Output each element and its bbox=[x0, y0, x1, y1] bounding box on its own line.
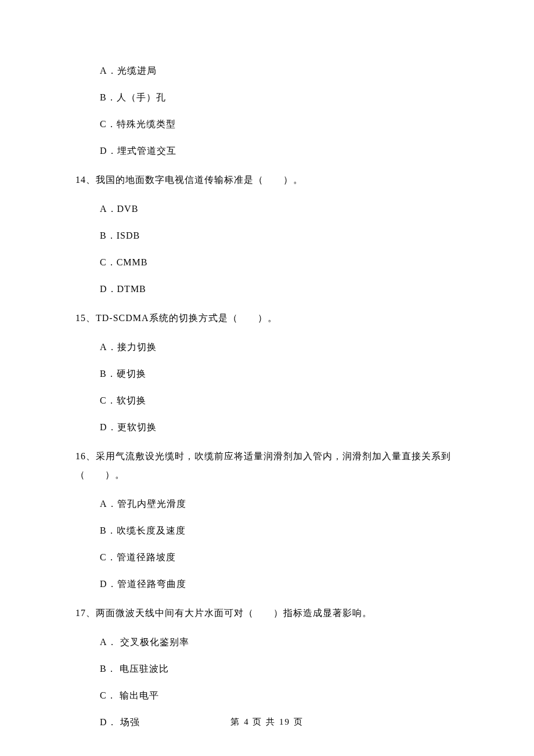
q15-option-d: D．更软切换 bbox=[100, 420, 459, 434]
q13-option-b: B．人（手）孔 bbox=[100, 91, 459, 105]
q17-text: 17、两面微波天线中间有大片水面可对（ ）指标造成显著影响。 bbox=[75, 604, 459, 622]
q17-option-a: A． 交叉极化鉴别率 bbox=[100, 635, 459, 649]
q17-option-c: C． 输出电平 bbox=[100, 689, 459, 703]
q14-option-a: A．DVB bbox=[100, 202, 459, 216]
q16-option-a: A．管孔内壁光滑度 bbox=[100, 497, 459, 511]
q15-text: 15、TD-SCDMA系统的切换方式是（ ）。 bbox=[75, 309, 459, 327]
q15-option-a: A．接力切换 bbox=[100, 340, 459, 354]
q16-text: 16、采用气流敷设光缆时，吹缆前应将适量润滑剂加入管内，润滑剂加入量直接关系到（… bbox=[75, 447, 459, 484]
page-footer: 第 4 页 共 19 页 bbox=[0, 715, 534, 729]
q13-option-c: C．特殊光缆类型 bbox=[100, 117, 459, 131]
q15-option-b: B．硬切换 bbox=[100, 367, 459, 381]
q16-option-d: D．管道径路弯曲度 bbox=[100, 577, 459, 591]
q16-option-b: B．吹缆长度及速度 bbox=[100, 524, 459, 538]
q14-option-b: B．ISDB bbox=[100, 229, 459, 243]
q17-option-b: B． 电压驻波比 bbox=[100, 662, 459, 676]
q13-option-d: D．埋式管道交互 bbox=[100, 144, 459, 158]
q14-option-d: D．DTMB bbox=[100, 282, 459, 296]
q14-text: 14、我国的地面数字电视信道传输标准是（ ）。 bbox=[75, 171, 459, 189]
q14-option-c: C．CMMB bbox=[100, 255, 459, 269]
q15-option-c: C．软切换 bbox=[100, 394, 459, 408]
q13-option-a: A．光缆进局 bbox=[100, 64, 459, 78]
q16-option-c: C．管道径路坡度 bbox=[100, 550, 459, 564]
